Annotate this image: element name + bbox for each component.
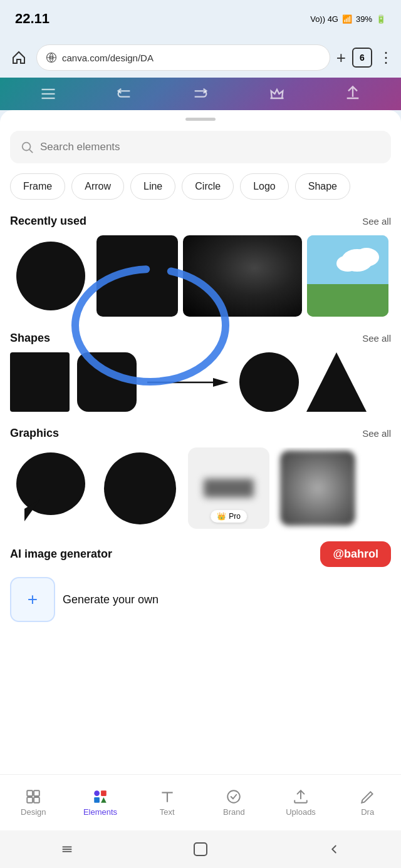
bottom-nav: Design Elements Text Brand Uploads bbox=[0, 774, 401, 830]
svg-point-4 bbox=[23, 143, 31, 151]
svg-rect-21 bbox=[101, 790, 107, 796]
shapes-header: Shapes See all bbox=[0, 327, 401, 352]
status-icons: Vo)) 4G 📶 39% 🔋 bbox=[310, 14, 386, 24]
recently-item-rect[interactable] bbox=[96, 235, 178, 317]
elements-icon bbox=[92, 789, 108, 805]
nav-brand[interactable]: Brand bbox=[200, 775, 268, 830]
battery-text: 39% bbox=[356, 14, 372, 24]
svg-point-20 bbox=[94, 790, 100, 796]
shape-circle[interactable] bbox=[239, 352, 299, 412]
status-time: 22.11 bbox=[15, 11, 49, 27]
chip-arrow[interactable]: Arrow bbox=[71, 173, 124, 200]
generate-text: Generate your own bbox=[63, 593, 159, 606]
svg-rect-17 bbox=[34, 790, 39, 796]
chip-logo[interactable]: Logo bbox=[240, 173, 289, 200]
chip-circle[interactable]: Circle bbox=[182, 173, 234, 200]
draw-icon bbox=[360, 789, 376, 805]
crown-icon[interactable] bbox=[268, 85, 286, 103]
graphic-circle[interactable] bbox=[99, 447, 180, 529]
generate-plus-button[interactable]: + bbox=[10, 577, 55, 622]
arrow-svg bbox=[144, 373, 232, 392]
plus-icon: + bbox=[28, 590, 38, 610]
recently-used-title: Recently used bbox=[10, 215, 86, 228]
generate-area: + Generate your own bbox=[0, 577, 401, 635]
nav-elements[interactable]: Elements bbox=[67, 775, 134, 830]
shape-triangle[interactable] bbox=[306, 352, 367, 412]
svg-point-14 bbox=[16, 452, 85, 515]
text-icon bbox=[159, 789, 175, 805]
graphics-title: Graphics bbox=[10, 427, 59, 440]
shape-rounded-rect[interactable] bbox=[77, 352, 137, 412]
graphics-header: Graphics See all bbox=[0, 422, 401, 447]
svg-point-26 bbox=[228, 790, 241, 803]
recently-item-landscape[interactable] bbox=[307, 235, 388, 317]
recently-item-texture[interactable] bbox=[183, 235, 302, 317]
ai-badge[interactable]: @bahrol bbox=[320, 541, 391, 567]
back-icon bbox=[327, 842, 341, 856]
svg-rect-7 bbox=[307, 284, 388, 317]
svg-rect-18 bbox=[28, 797, 33, 803]
svg-point-10 bbox=[336, 255, 359, 272]
sys-back-button[interactable] bbox=[315, 837, 353, 862]
home-button[interactable] bbox=[8, 46, 30, 69]
filter-chips: Frame Arrow Line Circle Logo Shape bbox=[0, 173, 401, 210]
nav-text-label: Text bbox=[160, 807, 175, 817]
graphics-see-all[interactable]: See all bbox=[362, 428, 391, 439]
sys-home-button[interactable] bbox=[182, 837, 219, 862]
nav-uploads[interactable]: Uploads bbox=[268, 775, 335, 830]
search-bar[interactable] bbox=[10, 131, 391, 163]
status-bar: 22.11 Vo)) 4G 📶 39% 🔋 bbox=[0, 0, 401, 38]
shapes-see-all[interactable]: See all bbox=[362, 333, 391, 344]
graphic-blurred-pro[interactable]: 👑 Pro bbox=[188, 447, 269, 529]
recently-item-circle[interactable] bbox=[10, 235, 91, 317]
canvas-toolbar bbox=[0, 78, 401, 110]
add-tab-button[interactable]: + bbox=[336, 48, 346, 68]
nav-draw-label: Dra bbox=[361, 807, 374, 817]
battery-icon: 🔋 bbox=[376, 14, 386, 24]
redo-icon[interactable] bbox=[192, 85, 209, 103]
share-icon[interactable] bbox=[344, 85, 362, 103]
system-nav bbox=[0, 830, 401, 868]
url-bar[interactable]: canva.com/design/DA bbox=[36, 44, 330, 71]
tab-count[interactable]: 6 bbox=[352, 48, 372, 68]
uploads-icon bbox=[293, 789, 309, 805]
browser-actions: + 6 ⋮ bbox=[336, 48, 393, 68]
nav-design[interactable]: Design bbox=[0, 775, 67, 830]
design-icon bbox=[25, 789, 41, 805]
brand-icon bbox=[226, 789, 242, 805]
shape-arrow[interactable] bbox=[144, 373, 232, 392]
recent-apps-icon bbox=[60, 842, 74, 856]
pro-badge: 👑 Pro bbox=[211, 510, 247, 523]
sheet-handle-bar bbox=[185, 118, 216, 121]
nav-text[interactable]: Text bbox=[133, 775, 200, 830]
sheet-handle bbox=[0, 110, 401, 126]
nav-draw[interactable]: Dra bbox=[334, 775, 401, 830]
svg-marker-23 bbox=[101, 797, 107, 803]
nav-brand-label: Brand bbox=[223, 807, 245, 817]
search-input[interactable] bbox=[40, 141, 381, 153]
sys-recent-button[interactable] bbox=[48, 837, 86, 862]
recently-used-row bbox=[0, 235, 401, 327]
nav-elements-label: Elements bbox=[83, 807, 117, 817]
shape-square[interactable] bbox=[10, 352, 70, 412]
nav-design-label: Design bbox=[21, 807, 46, 817]
sheet-panel: Frame Arrow Line Circle Logo Shape Recen… bbox=[0, 110, 401, 861]
undo-icon[interactable] bbox=[115, 85, 133, 103]
url-text: canva.com/design/DA bbox=[62, 53, 154, 63]
graphics-row: 👑 Pro bbox=[0, 447, 401, 541]
network-icon: Vo)) 4G bbox=[310, 14, 338, 24]
crown-icon: 👑 bbox=[217, 512, 226, 521]
graphic-blurred-2[interactable] bbox=[277, 447, 358, 529]
url-icon bbox=[46, 52, 57, 63]
chip-line[interactable]: Line bbox=[130, 173, 175, 200]
signal-icon: 📶 bbox=[342, 14, 352, 24]
chip-frame[interactable]: Frame bbox=[10, 173, 65, 200]
shapes-row bbox=[0, 352, 401, 422]
chat-bubble-svg bbox=[15, 452, 87, 524]
search-icon bbox=[20, 140, 34, 154]
menu-icon[interactable] bbox=[39, 85, 57, 103]
recently-used-see-all[interactable]: See all bbox=[362, 216, 391, 227]
more-options-button[interactable]: ⋮ bbox=[378, 49, 393, 66]
graphic-chat[interactable] bbox=[10, 447, 91, 529]
chip-shape[interactable]: Shape bbox=[295, 173, 350, 200]
